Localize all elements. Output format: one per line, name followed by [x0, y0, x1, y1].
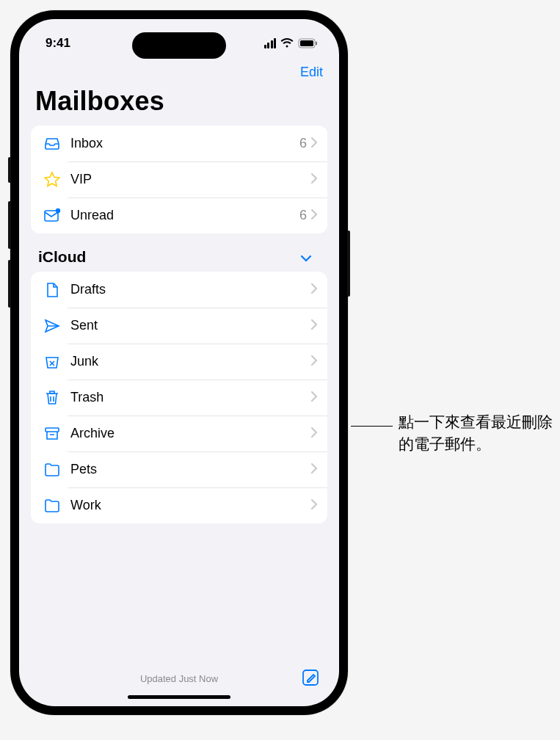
wifi-icon — [280, 38, 294, 48]
mailbox-label: VIP — [70, 172, 307, 187]
chevron-right-icon — [311, 283, 317, 297]
chevron-right-icon — [311, 173, 317, 186]
folder-sent[interactable]: Sent — [31, 308, 327, 344]
compose-icon — [301, 668, 320, 687]
folder-trash[interactable]: Trash — [31, 380, 327, 416]
chevron-down-icon — [301, 248, 311, 266]
star-icon — [41, 171, 63, 189]
folder-label: Drafts — [70, 282, 311, 297]
chevron-right-icon — [311, 209, 317, 222]
svg-rect-2 — [316, 42, 317, 46]
sent-icon — [41, 317, 63, 335]
folder-label: Archive — [70, 426, 311, 441]
home-indicator — [128, 695, 230, 699]
volume-up — [8, 201, 11, 249]
folder-work[interactable]: Work — [31, 487, 327, 523]
status-time: 9:41 — [46, 36, 70, 51]
icloud-folders-group: Drafts Sent Junk — [31, 272, 327, 523]
chevron-right-icon — [311, 427, 317, 440]
inbox-icon — [41, 135, 63, 153]
mailbox-count: 6 — [299, 208, 307, 223]
chevron-right-icon — [311, 391, 317, 405]
update-status: Updated Just Now — [140, 673, 218, 684]
status-icons — [264, 38, 319, 48]
folder-label: Work — [70, 498, 311, 513]
mailbox-inbox[interactable]: Inbox 6 — [31, 126, 327, 162]
folder-icon — [41, 497, 63, 515]
trash-icon — [41, 389, 63, 407]
screen: 9:41 Edit Mailboxes — [19, 19, 339, 706]
compose-button[interactable] — [301, 668, 320, 689]
mailbox-label: Unread — [70, 208, 299, 223]
folder-label: Pets — [70, 462, 311, 477]
folder-icon — [41, 461, 63, 479]
chevron-right-icon — [311, 355, 317, 369]
chevron-right-icon — [311, 499, 317, 512]
dynamic-island — [132, 32, 226, 59]
svg-rect-1 — [300, 40, 313, 46]
folder-label: Junk — [70, 354, 311, 369]
folder-archive[interactable]: Archive — [31, 416, 327, 451]
svg-point-4 — [56, 208, 60, 212]
annotation-callout: 點一下來查看最近刪除的電子郵件。 — [351, 411, 560, 456]
smart-mailboxes-group: Inbox 6 VIP — [31, 126, 327, 233]
folder-label: Trash — [70, 390, 311, 405]
mute-switch — [8, 157, 11, 183]
iphone-frame: 9:41 Edit Mailboxes — [10, 10, 348, 715]
chevron-right-icon — [311, 137, 317, 150]
chevron-right-icon — [311, 319, 317, 333]
mailbox-label: Inbox — [70, 136, 299, 151]
mailbox-unread[interactable]: Unread 6 — [31, 197, 327, 233]
svg-rect-3 — [45, 211, 58, 221]
page-title: Mailboxes — [19, 80, 339, 126]
edit-button[interactable]: Edit — [300, 65, 323, 80]
account-section-header[interactable]: iCloud — [31, 233, 327, 272]
archive-icon — [41, 425, 63, 443]
nav-bar: Edit — [19, 63, 339, 80]
mailbox-vip[interactable]: VIP — [31, 162, 327, 197]
unread-icon — [41, 207, 63, 225]
account-name: iCloud — [38, 248, 86, 266]
drafts-icon — [41, 281, 63, 299]
battery-icon — [298, 38, 319, 48]
side-button — [347, 231, 350, 297]
folder-label: Sent — [70, 318, 311, 333]
chevron-right-icon — [311, 463, 317, 476]
svg-rect-5 — [46, 428, 59, 432]
folder-junk[interactable]: Junk — [31, 344, 327, 380]
mailbox-count: 6 — [299, 136, 307, 151]
callout-text: 點一下來查看最近刪除的電子郵件。 — [399, 411, 560, 456]
cellular-icon — [264, 38, 277, 48]
content: Inbox 6 VIP — [19, 126, 339, 655]
volume-down — [8, 260, 11, 308]
folder-pets[interactable]: Pets — [31, 451, 327, 487]
folder-drafts[interactable]: Drafts — [31, 272, 327, 308]
junk-icon — [41, 353, 63, 371]
callout-leader-line — [351, 426, 393, 427]
